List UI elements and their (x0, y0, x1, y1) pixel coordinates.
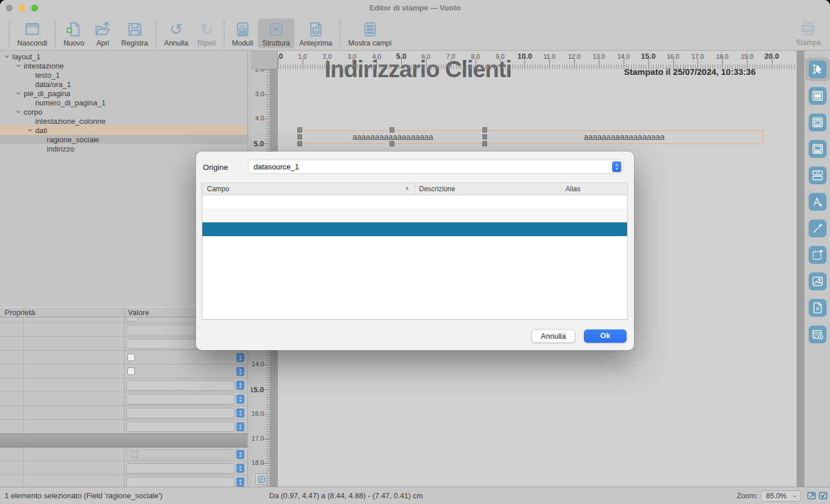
stepper-icon[interactable]: ▲▼ (236, 367, 244, 376)
tree-item-layout-1[interactable]: layout_1 (0, 52, 247, 61)
tree-item-numero-di-pagina-1[interactable]: numero_di_pagina_1 (0, 98, 247, 107)
apri-button[interactable]: Apri (89, 18, 116, 48)
tree-item-pi-di-pagina[interactable]: pié_di_pagina (0, 89, 247, 98)
page-setup-button[interactable] (255, 473, 267, 485)
svg-text:A: A (314, 28, 318, 33)
chevron-down-icon[interactable] (15, 109, 22, 115)
tree-item-testo-1[interactable]: testo_1 (0, 70, 247, 79)
resize-handle[interactable] (297, 127, 302, 132)
datasource-value: datasource_1 (254, 162, 299, 171)
tree-item-intestazione[interactable]: intestazione (0, 61, 247, 70)
tree-item-dati[interactable]: dati (0, 126, 247, 135)
toolbar-separator (339, 20, 341, 47)
stepper-icon[interactable]: ▲▼ (236, 464, 244, 473)
column-divider[interactable] (561, 183, 561, 195)
toolbar-separator (224, 20, 225, 47)
property-value-select[interactable] (126, 477, 235, 487)
field-row[interactable] (202, 222, 627, 236)
window-title: Editor di stampe — Vuoto (0, 3, 830, 12)
cancel-button[interactable]: Annulla (531, 329, 575, 343)
insert-text-icon[interactable] (809, 193, 827, 211)
fields-table-header[interactable]: Campo ∧ Descrizione Alias (202, 183, 627, 195)
printer-icon (799, 20, 817, 38)
data-band[interactable]: aaaaaaaaaaaaaaaaaa aaaaaaaaaaaaaaaaaa (299, 130, 764, 144)
insert-datetime-icon[interactable] (809, 325, 827, 343)
chevron-down-icon[interactable] (3, 54, 10, 59)
property-value-select[interactable] (126, 463, 235, 473)
tree-item-ragione-sociale[interactable]: ragione_sociale (0, 135, 247, 144)
band-detail-icon[interactable] (809, 140, 827, 158)
stepper-icon[interactable]: ▲▼ (236, 381, 244, 390)
stepper-icon: ▲▼ (612, 161, 621, 172)
chevron-down-icon[interactable] (15, 90, 22, 96)
band-section-icon[interactable] (809, 87, 827, 105)
tree-item-corpo[interactable]: corpo (0, 107, 247, 116)
stepper-icon[interactable]: ▲▼ (236, 353, 244, 362)
anteprima-button[interactable]: AAnteprima (295, 18, 337, 48)
tree-item-label: corpo (24, 108, 43, 116)
resize-handle[interactable] (297, 141, 302, 146)
property-value-select[interactable] (126, 380, 235, 391)
stepper-icon[interactable]: ▲▼ (236, 422, 244, 431)
tree-item-intestazione-colonne[interactable]: intestazione_colonne (0, 116, 247, 126)
resize-handle[interactable] (297, 134, 302, 139)
select-tool-icon[interactable] (809, 60, 827, 78)
color-checkbox[interactable] (127, 354, 135, 361)
column-descrizione[interactable]: Descrizione (419, 185, 455, 193)
resize-handle[interactable] (482, 141, 487, 146)
insert-line-icon[interactable] (809, 219, 827, 237)
h-ruler-label: 13.0 (589, 53, 609, 60)
stampa-button: Stampa (791, 18, 825, 48)
band-code-icon[interactable]: <> (809, 166, 827, 184)
titlebar: Editor di stampe — Vuoto (0, 0, 830, 16)
column-alias[interactable]: Alias (565, 185, 580, 193)
field-indirizzo[interactable]: aaaaaaaaaaaaaaaaaa (486, 131, 763, 143)
property-value-select[interactable] (126, 408, 235, 418)
stepper-icon[interactable]: ▲▼ (236, 478, 244, 487)
column-divider[interactable] (414, 183, 415, 195)
fit-width-icon[interactable] (807, 491, 817, 501)
struttura-button[interactable]: Struttura (258, 18, 295, 48)
mostra-campi-button[interactable]: Mostra campi (344, 18, 396, 48)
moduli-button[interactable]: Moduli (228, 18, 258, 48)
origin-label: Origine (203, 163, 228, 172)
fit-page-icon[interactable] (818, 491, 828, 501)
insert-rect-icon[interactable] (809, 246, 827, 264)
toolbar-item-label: Anteprima (299, 39, 332, 47)
property-value-select[interactable] (126, 422, 235, 432)
color-checkbox[interactable] (127, 367, 135, 375)
stepper-icon[interactable]: ▲▼ (236, 408, 244, 418)
field-row[interactable] (202, 209, 627, 223)
property-row: ▲▼ (0, 351, 247, 365)
column-campo[interactable]: Campo (207, 185, 229, 193)
chevron-down-icon[interactable] (15, 63, 22, 69)
save-icon (126, 20, 144, 39)
insert-pagenumber-icon[interactable]: # (809, 299, 827, 317)
property-value-select[interactable] (126, 449, 235, 460)
stepper-icon[interactable]: ▲▼ (236, 450, 244, 459)
zoom-select[interactable]: 85.0% ⌄ (761, 490, 801, 502)
annulla-button[interactable]: ↺Annulla (160, 18, 193, 48)
ruler-corner (248, 51, 278, 69)
nascondi-button[interactable]: Nascondi (13, 18, 52, 48)
registra-button[interactable]: Registra (116, 18, 153, 48)
h-ruler-label: 1.0 (293, 53, 312, 60)
band-group-icon[interactable] (809, 113, 827, 131)
property-value-select[interactable] (126, 317, 138, 321)
insert-image-icon[interactable] (809, 272, 827, 290)
resize-handle[interactable] (390, 127, 394, 132)
tree-item-label: intestazione (24, 62, 63, 70)
stepper-icon[interactable]: ▲▼ (236, 395, 244, 404)
tree-item-data-ora-1[interactable]: data/ora_1 (0, 79, 247, 89)
resize-handle[interactable] (482, 127, 487, 132)
resize-handle[interactable] (390, 141, 394, 146)
field-row[interactable] (202, 195, 627, 209)
property-value-select[interactable] (126, 394, 235, 404)
toolbar-item-label: Ripeti (198, 39, 216, 47)
nuovo-button[interactable]: Nuovo (59, 18, 89, 48)
chevron-down-icon[interactable] (27, 127, 33, 133)
datasource-select[interactable]: datasource_1 ▲▼ (248, 160, 624, 174)
resize-handle[interactable] (482, 134, 487, 139)
ok-button[interactable]: Ok (584, 329, 627, 343)
h-ruler-label: 4.0 (367, 53, 386, 60)
